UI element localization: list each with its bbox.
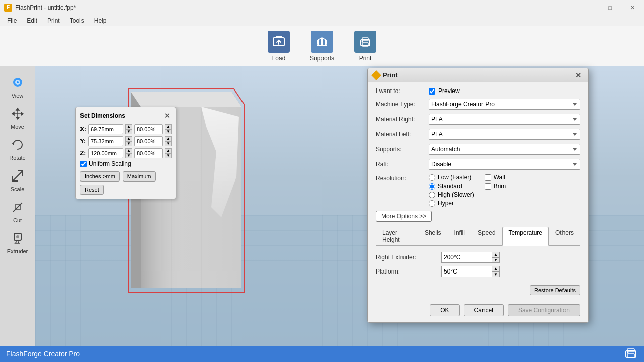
dialog-footer: OK Cancel Save Configuration — [368, 300, 588, 322]
x-value-input[interactable] — [88, 124, 123, 134]
z-pct-spin-down[interactable]: ▼ — [165, 153, 172, 158]
material-right-select[interactable]: PLA — [429, 114, 580, 125]
restore-defaults-button[interactable]: Restore Defaults — [530, 285, 580, 295]
window-controls: ─ □ ✕ — [576, 0, 644, 15]
svg-point-11 — [17, 81, 19, 83]
y-pct-spin: ▲ ▼ — [165, 136, 172, 146]
preview-row: I want to: Preview — [376, 87, 580, 95]
z-pct-input[interactable] — [134, 148, 163, 158]
load-button[interactable]: Load — [263, 28, 295, 65]
ok-button[interactable]: OK — [430, 304, 459, 316]
right-extruder-spin-down[interactable]: ▼ — [492, 257, 500, 263]
sidebar-tool-rotate[interactable]: Rotate — [2, 134, 33, 163]
res-hyper-radio[interactable] — [429, 200, 435, 207]
right-extruder-spin-up[interactable]: ▲ — [492, 252, 500, 257]
rotate-label: Rotate — [9, 155, 25, 161]
tab-shells[interactable]: Shells — [418, 227, 448, 246]
uniform-scaling-row: Uniform Scaling — [80, 160, 172, 167]
maximum-button[interactable]: Maximum — [123, 171, 156, 182]
more-options-button[interactable]: More Options >> — [376, 211, 432, 222]
set-dimensions-label: Set Dimensions — [80, 112, 125, 119]
y-value-input[interactable] — [88, 136, 123, 146]
x-pct-spin-up[interactable]: ▲ — [165, 124, 172, 129]
supports-button[interactable]: Supports — [305, 28, 339, 65]
svg-rect-4 — [325, 40, 327, 45]
raft-select[interactable]: Disable — [429, 159, 580, 170]
platform-input[interactable] — [441, 266, 492, 277]
tab-others[interactable]: Others — [549, 227, 580, 246]
platform-spin-up[interactable]: ▲ — [492, 266, 500, 272]
cancel-button[interactable]: Cancel — [464, 304, 504, 316]
material-left-select[interactable]: PLA — [429, 129, 580, 140]
print-button[interactable]: Print — [349, 28, 381, 65]
x-pct-spin-down[interactable]: ▼ — [165, 129, 172, 134]
close-button[interactable]: ✕ — [621, 0, 644, 15]
y-spin-up[interactable]: ▲ — [125, 136, 132, 141]
y-pct-input[interactable] — [134, 136, 163, 146]
preview-label: I want to: — [376, 87, 429, 95]
sidebar-tool-move[interactable]: Move — [2, 103, 33, 132]
dialog-close-button[interactable]: ✕ — [573, 70, 583, 80]
tab-temperature[interactable]: Temperature — [502, 227, 549, 246]
sidebar-tool-cut[interactable]: Cut — [2, 196, 33, 225]
res-brim-checkbox[interactable] — [485, 183, 491, 190]
menu-help[interactable]: Help — [89, 16, 112, 25]
supports-label: Supports: — [376, 146, 429, 153]
right-extruder-input[interactable] — [441, 252, 492, 263]
dialog-title-text: Print — [383, 71, 398, 79]
svg-line-13 — [13, 203, 22, 212]
preview-checkbox[interactable] — [429, 88, 435, 95]
z-value-input[interactable] — [88, 148, 123, 158]
uniform-scaling-label: Uniform Scaling — [89, 160, 131, 167]
x-spin-up[interactable]: ▲ — [125, 124, 132, 129]
res-standard-radio[interactable] — [429, 183, 435, 190]
sidebar-tool-view[interactable]: View — [2, 71, 33, 101]
svg-rect-1 — [317, 45, 327, 46]
window-title: FlashPrint - untitle.fpp* — [15, 4, 76, 11]
print-dialog: Print ✕ I want to: Preview Machine Type:… — [367, 68, 589, 323]
y-spin-down[interactable]: ▼ — [125, 141, 132, 146]
minimize-button[interactable]: ─ — [576, 0, 599, 15]
tab-speed[interactable]: Speed — [471, 227, 502, 246]
y-pct-spin-up[interactable]: ▲ — [165, 136, 172, 141]
material-right-label: Material Right: — [376, 116, 429, 123]
set-dimensions-close[interactable]: ✕ — [163, 111, 172, 120]
menu-edit[interactable]: Edit — [22, 16, 42, 25]
res-wall-checkbox[interactable] — [485, 174, 491, 181]
cut-label: Cut — [13, 217, 22, 223]
machine-type-select[interactable]: FlashForge Creator Pro — [429, 99, 580, 110]
svg-rect-3 — [317, 40, 319, 45]
sidebar-tool-scale[interactable]: Scale — [2, 165, 33, 194]
z-spin-up[interactable]: ▲ — [125, 148, 132, 153]
menu-file[interactable]: File — [2, 16, 22, 25]
z-spin-down[interactable]: ▼ — [125, 153, 132, 158]
res-standard: Standard — [429, 183, 474, 190]
save-configuration-button[interactable]: Save Configuration — [508, 304, 580, 316]
load-label: Load — [272, 55, 286, 62]
x-spin-down[interactable]: ▼ — [125, 129, 132, 134]
res-wall-label: Wall — [494, 174, 505, 181]
maximize-button[interactable]: □ — [599, 0, 621, 15]
supports-icon — [311, 31, 333, 53]
res-low-radio[interactable] — [429, 174, 435, 181]
res-brim: Brim — [485, 183, 530, 190]
menu-print[interactable]: Print — [42, 16, 65, 25]
tab-layer-height[interactable]: Layer Height — [376, 227, 418, 246]
menu-tools[interactable]: Tools — [65, 16, 89, 25]
raft-row: Raft: Disable — [376, 159, 580, 170]
right-extruder-input-container: ▲ ▼ — [441, 252, 500, 263]
tab-infill[interactable]: Infill — [448, 227, 471, 246]
x-pct-input[interactable] — [134, 124, 163, 134]
sidebar-tool-extruder[interactable]: Extruder — [2, 227, 33, 256]
y-pct-spin-down[interactable]: ▼ — [165, 141, 172, 146]
inches-to-mm-button[interactable]: Inches->mm — [80, 171, 120, 182]
x-label: X: — [80, 126, 86, 133]
menu-bar: File Edit Print Tools Help — [0, 15, 644, 26]
supports-select[interactable]: Automatch — [429, 144, 580, 155]
z-pct-spin-up[interactable]: ▲ — [165, 148, 172, 153]
reset-button[interactable]: Reset — [80, 185, 104, 195]
res-high-radio[interactable] — [429, 192, 435, 198]
platform-spin-down[interactable]: ▼ — [492, 272, 500, 277]
tabs-bar: Layer Height Shells Infill Speed Tempera… — [376, 227, 580, 246]
uniform-scaling-checkbox[interactable] — [80, 161, 87, 167]
